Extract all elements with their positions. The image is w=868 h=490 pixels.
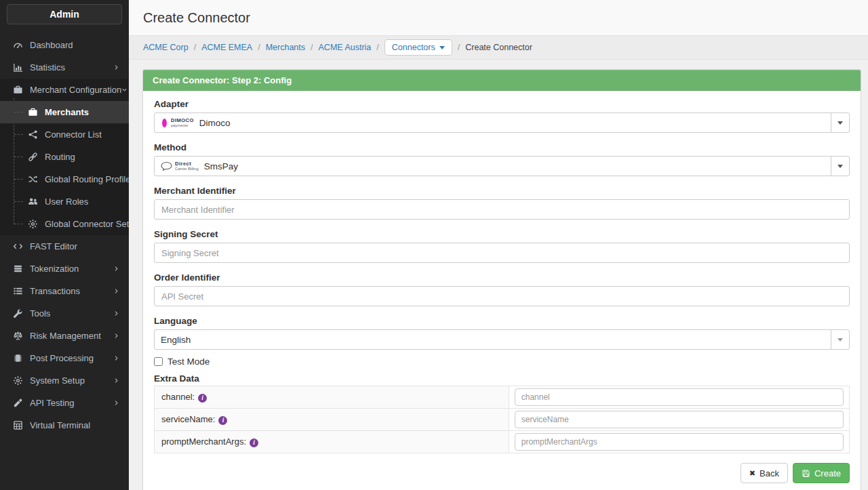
sidebar-item-label: User Roles bbox=[45, 197, 88, 207]
sidebar-item-tools[interactable]: Tools bbox=[0, 302, 129, 325]
extra-data-key: promptMerchantArgs: bbox=[161, 436, 246, 447]
list-icon bbox=[12, 286, 24, 296]
sidebar-item-tokenization[interactable]: Tokenization bbox=[0, 258, 129, 280]
create-connector-panel: Create Connector: Step 2: Config Adapter… bbox=[142, 69, 861, 490]
breadcrumb-link-acme-emea[interactable]: ACME EMEA bbox=[201, 43, 252, 52]
language-select[interactable]: English bbox=[154, 329, 850, 350]
sidebar-item-global-routing-profile[interactable]: Global Routing Profile bbox=[0, 168, 129, 190]
dimoco-logo: DIMOCO payments bbox=[161, 117, 194, 129]
sidebar-item-merchants[interactable]: Merchants bbox=[0, 101, 129, 123]
sidebar-item-label: Routing bbox=[45, 152, 75, 162]
save-floppy-icon bbox=[802, 469, 810, 478]
code-icon bbox=[12, 241, 24, 251]
chip-icon bbox=[12, 353, 24, 363]
chevron-right-icon bbox=[113, 400, 119, 406]
breadcrumb-link-acme-corp[interactable]: ACME Corp bbox=[143, 43, 189, 52]
caret-down-icon bbox=[837, 165, 843, 168]
link-icon bbox=[27, 152, 39, 162]
merchant-identifier-input[interactable] bbox=[154, 199, 850, 220]
adapter-select[interactable]: DIMOCO payments Dimoco bbox=[154, 113, 850, 133]
extra-data-key: channel: bbox=[161, 392, 195, 402]
extra-data-table: channel:i serviceName:i promptMerchantAr… bbox=[154, 386, 850, 453]
sidebar-item-label: Merchant Configuration bbox=[30, 85, 121, 95]
extra-data-label: Extra Data bbox=[154, 373, 850, 384]
back-button[interactable]: ✖ Back bbox=[741, 463, 788, 483]
extra-data-value-cell bbox=[509, 431, 849, 453]
method-logo-subtext: Carrier Billing bbox=[175, 167, 199, 171]
eyedropper-icon bbox=[12, 398, 24, 408]
extra-data-key: serviceName: bbox=[161, 414, 215, 424]
shuffle-icon bbox=[27, 174, 39, 184]
promptmerchantargs-input[interactable] bbox=[515, 433, 844, 451]
chevron-right-icon bbox=[113, 377, 119, 384]
sidebar-item-label: FAST Editor bbox=[30, 241, 77, 251]
sidebar-item-label: Post Processing bbox=[30, 353, 94, 363]
sidebar-item-post-processing[interactable]: Post Processing bbox=[0, 347, 129, 369]
sidebar-item-system-setup[interactable]: System Setup bbox=[0, 369, 129, 392]
signing-secret-input[interactable] bbox=[154, 243, 850, 263]
sidebar-item-connector-list[interactable]: Connector List bbox=[0, 123, 129, 146]
order-identifier-group: Order Identifier bbox=[154, 272, 850, 306]
info-icon[interactable]: i bbox=[198, 394, 207, 403]
sidebar-item-risk-management[interactable]: Risk Management bbox=[0, 325, 129, 347]
calculator-grid-icon bbox=[12, 420, 24, 430]
sidebar-item-routing[interactable]: Routing bbox=[0, 146, 129, 168]
adapter-field-group: Adapter DIMOCO payments Dimoco bbox=[154, 99, 850, 133]
info-icon[interactable]: i bbox=[218, 416, 227, 425]
breadcrumb-separator: / bbox=[258, 43, 260, 52]
sidebar-item-fast-editor[interactable]: FAST Editor bbox=[0, 235, 129, 258]
caret-down-icon bbox=[439, 46, 445, 49]
sidebar-item-transactions[interactable]: Transactions bbox=[0, 280, 129, 302]
breadcrumb-separator: / bbox=[458, 43, 460, 52]
sidebar-item-user-roles[interactable]: User Roles bbox=[0, 190, 129, 213]
channel-input[interactable] bbox=[515, 388, 844, 406]
method-field-group: Method Direct Carrier Billing SmsPay bbox=[154, 142, 850, 176]
breadcrumb-link-acme-austria[interactable]: ACME Austria bbox=[319, 43, 372, 52]
method-select[interactable]: Direct Carrier Billing SmsPay bbox=[154, 156, 850, 176]
sidebar-item-label: Connector List bbox=[45, 129, 102, 140]
language-caret-button[interactable] bbox=[831, 330, 849, 349]
breadcrumb: ACME Corp / ACME EMEA / Merchants / ACME… bbox=[129, 35, 868, 60]
table-row: promptMerchantArgs:i bbox=[155, 431, 850, 453]
title-bar: Create Connector bbox=[129, 0, 868, 35]
sidebar-subnav: Merchants Connector List Routing Global … bbox=[0, 101, 129, 235]
breadcrumb-link-merchants[interactable]: Merchants bbox=[266, 43, 305, 52]
order-identifier-input[interactable] bbox=[154, 286, 850, 306]
breadcrumb-current: Create Connector bbox=[465, 43, 532, 52]
sidebar-item-statistics[interactable]: Statistics bbox=[0, 56, 129, 79]
scales-icon bbox=[12, 331, 24, 341]
test-mode-checkbox[interactable] bbox=[154, 357, 163, 366]
sidebar-item-global-connector-settings[interactable]: Global Connector Settings bbox=[0, 213, 129, 235]
sidebar-item-dashboard[interactable]: Dashboard bbox=[0, 34, 129, 56]
sidebar-item-virtual-terminal[interactable]: Virtual Terminal bbox=[0, 414, 129, 436]
test-mode-row: Test Mode bbox=[154, 356, 850, 367]
gear-icon bbox=[27, 219, 39, 229]
sidebar-item-label: Merchants bbox=[45, 107, 89, 117]
main-area: Create Connector ACME Corp / ACME EMEA /… bbox=[129, 0, 868, 490]
language-value: English bbox=[161, 335, 191, 345]
briefcase-icon bbox=[12, 85, 24, 95]
sidebar-item-merchant-configuration[interactable]: Merchant Configuration bbox=[0, 79, 129, 101]
dimoco-logo-subtext: payments bbox=[171, 123, 194, 127]
sidebar-item-label: Dashboard bbox=[30, 40, 73, 50]
language-group: Language English bbox=[154, 316, 850, 350]
breadcrumb-connectors-dropdown[interactable]: Connectors bbox=[384, 39, 452, 56]
sidebar-item-api-testing[interactable]: API Testing bbox=[0, 392, 129, 414]
sidebar-admin-title[interactable]: Admin bbox=[7, 4, 122, 24]
info-icon[interactable]: i bbox=[250, 438, 258, 447]
panel-body: Adapter DIMOCO payments Dimoco bbox=[143, 91, 861, 490]
adapter-caret-button[interactable] bbox=[831, 113, 849, 132]
servicename-input[interactable] bbox=[515, 411, 844, 428]
merchant-identifier-group: Merchant Identifier bbox=[154, 186, 850, 220]
method-caret-button[interactable] bbox=[831, 157, 849, 176]
wrench-icon bbox=[12, 308, 24, 319]
extra-data-key-cell: serviceName:i bbox=[155, 409, 509, 431]
table-row: channel:i bbox=[155, 386, 850, 409]
adapter-label: Adapter bbox=[154, 99, 850, 109]
create-button[interactable]: Create bbox=[793, 463, 850, 483]
create-button-label: Create bbox=[814, 468, 841, 478]
method-label: Method bbox=[154, 142, 850, 152]
chevron-right-icon bbox=[113, 355, 119, 361]
extra-data-value-cell bbox=[509, 409, 849, 431]
sidebar-item-label: System Setup bbox=[30, 375, 85, 386]
